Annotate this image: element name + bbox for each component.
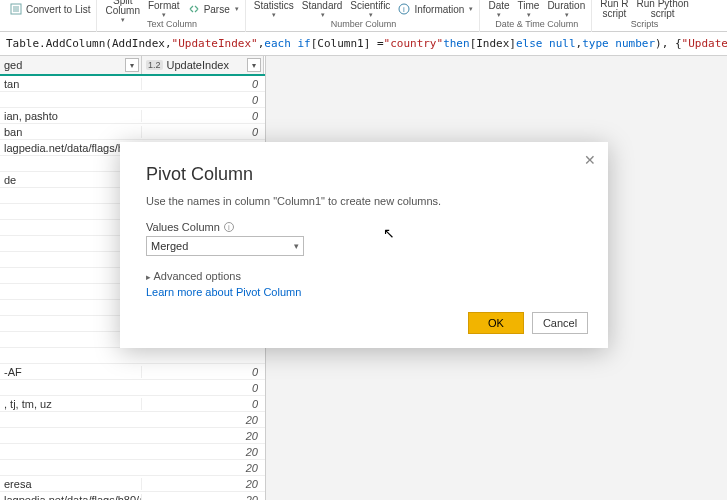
chevron-down-icon: ▾ — [369, 11, 373, 18]
datetime-group-label: Date & Time Column — [495, 19, 578, 29]
advanced-options-toggle[interactable]: Advanced options — [146, 270, 582, 282]
chevron-down-icon: ▾ — [527, 11, 531, 18]
run-python-label: Run Python script — [637, 0, 689, 19]
column-header-label: UpdateIndex — [167, 59, 229, 71]
date-button[interactable]: Date ▾ — [488, 1, 509, 18]
chevron-down-icon: ▾ — [565, 11, 569, 18]
split-column-button[interactable]: Split Column ▾ — [105, 0, 139, 23]
table-row[interactable]: 20 — [0, 444, 265, 460]
filter-icon[interactable]: ▾ — [247, 58, 261, 72]
table-row[interactable]: ian, pashto0 — [0, 108, 265, 124]
formula-text: else null — [516, 37, 576, 50]
cancel-button[interactable]: Cancel — [532, 312, 588, 334]
cell-updateindex: 0 — [142, 110, 264, 122]
learn-more-link[interactable]: Learn more about Pivot Column — [146, 286, 582, 298]
formula-text: [Column1] = — [311, 37, 384, 50]
time-label: Time — [518, 1, 540, 11]
chevron-down-icon: ▾ — [235, 5, 239, 13]
values-column-label-text: Values Column — [146, 221, 220, 233]
cell-updateindex: 20 — [142, 462, 264, 474]
dialog-buttons: OK Cancel — [468, 312, 588, 334]
table-row[interactable]: 20 — [0, 460, 265, 476]
cell-updateindex: 0 — [142, 382, 264, 394]
formula-text: , — [258, 37, 265, 50]
table-row[interactable]: 0 — [0, 380, 265, 396]
chevron-down-icon: ▾ — [272, 11, 276, 18]
table-row[interactable]: , tj, tm, uz0 — [0, 396, 265, 412]
cell-updateindex: 0 — [142, 366, 264, 378]
format-button[interactable]: Format ▾ — [148, 1, 180, 18]
cell-merged: eresa — [0, 478, 142, 490]
formula-text: each if — [264, 37, 310, 50]
decimal-type-icon: 1.2 — [146, 60, 163, 70]
column-header-updateindex[interactable]: 1.2 UpdateIndex ▾ — [142, 56, 264, 74]
formula-bar[interactable]: Table.AddColumn(AddIndex, "UpdateIndex" … — [0, 32, 727, 56]
parse-button[interactable]: Parse ▾ — [188, 3, 239, 15]
formula-text: , — [576, 37, 583, 50]
convert-to-list-button[interactable]: Convert to List — [10, 3, 90, 15]
formula-text: ), { — [655, 37, 682, 50]
values-column-selected: Merged — [151, 240, 188, 252]
table-row[interactable]: 20 — [0, 412, 265, 428]
standard-button[interactable]: Standard ▾ — [302, 1, 343, 18]
convert-to-list-label: Convert to List — [26, 4, 90, 15]
cell-updateindex: 0 — [142, 398, 264, 410]
scientific-button[interactable]: Scientific ▾ — [350, 1, 390, 18]
cell-merged: tan — [0, 78, 142, 90]
cell-updateindex: 20 — [142, 430, 264, 442]
chevron-down-icon: ▾ — [162, 11, 166, 18]
table-row[interactable]: tan0 — [0, 76, 265, 92]
column-headers: ged ▾ 1.2 UpdateIndex ▾ — [0, 56, 265, 76]
chevron-down-icon: ▾ — [469, 5, 473, 13]
duration-button[interactable]: Duration ▾ — [547, 1, 585, 18]
information-button[interactable]: i Information ▾ — [398, 3, 473, 15]
formula-text: Table.AddColumn(AddIndex, — [6, 37, 172, 50]
close-icon[interactable]: ✕ — [584, 152, 596, 168]
svg-text:i: i — [403, 5, 405, 14]
table-row[interactable]: 0 — [0, 92, 265, 108]
info-icon: i — [398, 3, 410, 15]
values-column-label: Values Column i — [146, 221, 582, 233]
table-row[interactable]: -AF0 — [0, 364, 265, 380]
table-row[interactable]: ban0 — [0, 124, 265, 140]
chevron-down-icon: ▾ — [121, 16, 125, 23]
chevron-down-icon: ▾ — [497, 11, 501, 18]
cell-merged: ian, pashto — [0, 110, 142, 122]
column-header-merged[interactable]: ged ▾ — [0, 56, 142, 74]
column-header-label: ged — [4, 59, 22, 71]
run-r-button[interactable]: Run R script — [600, 0, 628, 19]
table-row[interactable]: lagpedia.net/data/flags/h80/al.png20 — [0, 492, 265, 500]
formula-text: "UpdateIndex" — [172, 37, 258, 50]
info-icon[interactable]: i — [224, 222, 234, 232]
split-column-label: Split Column — [105, 0, 139, 16]
date-label: Date — [488, 1, 509, 11]
formula-text: "country" — [384, 37, 444, 50]
table-row[interactable]: 20 — [0, 428, 265, 444]
run-python-button[interactable]: Run Python script — [637, 0, 689, 19]
table-row[interactable] — [0, 348, 265, 364]
list-icon — [10, 3, 22, 15]
information-label: Information — [414, 4, 464, 15]
advanced-options-label: Advanced options — [154, 270, 241, 282]
scientific-label: Scientific — [350, 1, 390, 11]
formula-text: [Index] — [470, 37, 516, 50]
filter-icon[interactable]: ▾ — [125, 58, 139, 72]
pivot-column-dialog: ✕ Pivot Column Use the names in column "… — [120, 142, 608, 348]
run-r-label: Run R script — [600, 0, 628, 19]
formula-text: "UpdateIndex" — [682, 37, 727, 50]
cell-updateindex: 0 — [142, 78, 264, 90]
ok-button[interactable]: OK — [468, 312, 524, 334]
standard-label: Standard — [302, 1, 343, 11]
cell-updateindex: 20 — [142, 494, 264, 501]
table-row[interactable]: eresa20 — [0, 476, 265, 492]
formula-text: then — [443, 37, 470, 50]
values-column-select[interactable]: Merged — [146, 236, 304, 256]
statistics-button[interactable]: Statistics ▾ — [254, 1, 294, 18]
number-column-group-label: Number Column — [331, 19, 397, 29]
time-button[interactable]: Time ▾ — [518, 1, 540, 18]
cell-updateindex: 20 — [142, 478, 264, 490]
cell-updateindex: 0 — [142, 94, 264, 106]
formula-text: type number — [582, 37, 655, 50]
parse-icon — [188, 3, 200, 15]
ribbon: Convert to List Split Column ▾ Format ▾ … — [0, 0, 727, 32]
